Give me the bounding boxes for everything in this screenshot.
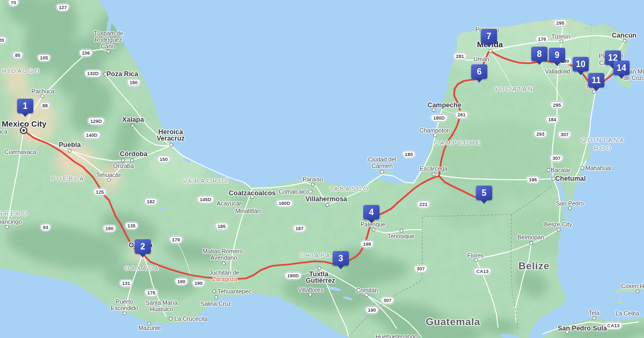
city-dot: [636, 290, 640, 293]
city-dot: [581, 166, 584, 170]
city-dot: [311, 183, 315, 187]
city-label: Salina Cruz: [201, 300, 231, 307]
city-label: Chetumal: [555, 175, 586, 182]
city-label: Coxen Hole: [621, 283, 644, 289]
state-label: ROO: [594, 145, 612, 151]
state-label: PUEBLA: [51, 175, 85, 182]
highway-shield: 221: [416, 201, 430, 208]
city-dot: [326, 203, 330, 207]
city-label: Toluca: [0, 128, 8, 135]
city-dot: [213, 290, 216, 293]
country-label: Belize: [518, 263, 550, 269]
highway-shield: 307: [380, 297, 394, 304]
state-label: YUCATAN: [494, 86, 534, 92]
city-label: Tizimín: [551, 33, 570, 40]
route-marker-14[interactable]: 14: [613, 61, 630, 75]
highway-shield: 190: [365, 306, 378, 314]
city-label: San Pedro: [556, 200, 584, 207]
highway-shield: 179: [169, 236, 182, 244]
city-label: Mexico City: [2, 121, 46, 127]
highway-shield: 176: [535, 35, 548, 43]
city-label: Cano: [101, 43, 115, 49]
highway-shield: 185: [215, 223, 228, 230]
city-label: San Pedro Sula: [558, 325, 607, 332]
highway-shield: 199: [360, 240, 374, 248]
highway-shield: 180D: [276, 200, 293, 207]
city-dot: [400, 229, 404, 233]
city-dot: [131, 124, 135, 128]
city-label: Coatzacoalcos: [229, 190, 276, 196]
city-dot: [489, 49, 493, 53]
highway-shield: 186: [526, 176, 539, 183]
city-dot: [547, 168, 551, 172]
city-label: Belize City: [544, 221, 572, 227]
city-dot: [222, 262, 226, 266]
highway-shield: 145D: [197, 196, 214, 203]
route-marker-10[interactable]: 10: [573, 57, 589, 71]
city-label: Ciudad del: [368, 156, 397, 163]
highway-shield: 131: [119, 280, 133, 287]
highway-shield: CA13: [604, 322, 622, 329]
city-dot: [107, 50, 111, 54]
highway-shield: 281: [453, 53, 466, 60]
highway-shield: 180: [402, 151, 415, 158]
city-label: Huatulco: [150, 306, 173, 312]
city-label: Belmopan: [517, 234, 544, 240]
route-marker-5[interactable]: 5: [476, 186, 492, 200]
city-label: Puerto: [116, 298, 133, 305]
route-marker-11[interactable]: 11: [588, 73, 604, 87]
city-dot: [309, 293, 312, 297]
city-label: Mahahual: [586, 165, 611, 171]
route-marker-3[interactable]: 3: [333, 251, 349, 266]
route-marker-1[interactable]: 1: [17, 99, 33, 113]
highway-shield: 190: [103, 225, 116, 232]
highway-shield: 150: [157, 156, 170, 163]
highway-shield: 190D: [284, 272, 302, 280]
highway-shield: 135: [125, 222, 138, 230]
city-label: Cancún: [612, 32, 636, 39]
city-dot: [123, 312, 127, 315]
route-marker-9[interactable]: 9: [549, 48, 565, 62]
city-dot: [592, 317, 596, 320]
city-label: Túxpam de: [93, 30, 123, 36]
city-label: Flores: [467, 252, 484, 259]
city-label: La Ceiba: [616, 310, 639, 317]
route-marker-6[interactable]: 6: [471, 64, 487, 79]
city-label: Pachuca: [32, 88, 55, 94]
highway-shield: 129D: [87, 117, 105, 125]
state-label: GUERRERO: [0, 210, 28, 217]
city-label: Rodríguez: [95, 36, 122, 43]
route-marker-2[interactable]: 2: [135, 239, 151, 254]
state-label: QUINTANA: [581, 137, 626, 143]
city-label: Gutiérrez: [306, 277, 335, 284]
city-label: Orizaba: [113, 163, 134, 169]
city-label: Mazunte: [138, 325, 161, 331]
state-label: CHIAPAS: [299, 252, 338, 259]
city-label: Villahermosa: [305, 196, 347, 202]
city-dot: [372, 228, 376, 232]
city-label: Huehuetenango: [376, 333, 418, 338]
map-canvas[interactable]: 7012085105127106132D18088129D140D1509312…: [0, 0, 644, 338]
city-dot: [169, 317, 173, 321]
city-label: Matias Romero: [203, 248, 243, 254]
city-dot: [68, 149, 72, 153]
city-label: Chilpancingo: [0, 218, 22, 225]
state-label: HIDALGO: [2, 68, 41, 74]
city-label: Acayucan: [217, 200, 243, 207]
highway-shield: 132D: [84, 70, 101, 77]
city-dot: [432, 173, 436, 177]
city-label: Champoton: [420, 127, 450, 134]
highway-shield: 293: [533, 130, 547, 138]
city-dot: [318, 267, 321, 270]
highway-shield: 190: [174, 278, 188, 285]
city-label: Umán: [473, 56, 489, 62]
city-dot: [121, 159, 125, 163]
highway-shield: 307: [550, 155, 563, 162]
route-marker-7[interactable]: 7: [481, 29, 497, 43]
city-label: Paraíso: [303, 176, 323, 182]
city-label: Xalapa: [122, 116, 144, 123]
city-label: Avendano: [210, 254, 237, 261]
route-marker-4[interactable]: 4: [363, 205, 379, 219]
route-marker-8[interactable]: 8: [531, 47, 547, 61]
highway-shield: 106: [79, 49, 92, 57]
